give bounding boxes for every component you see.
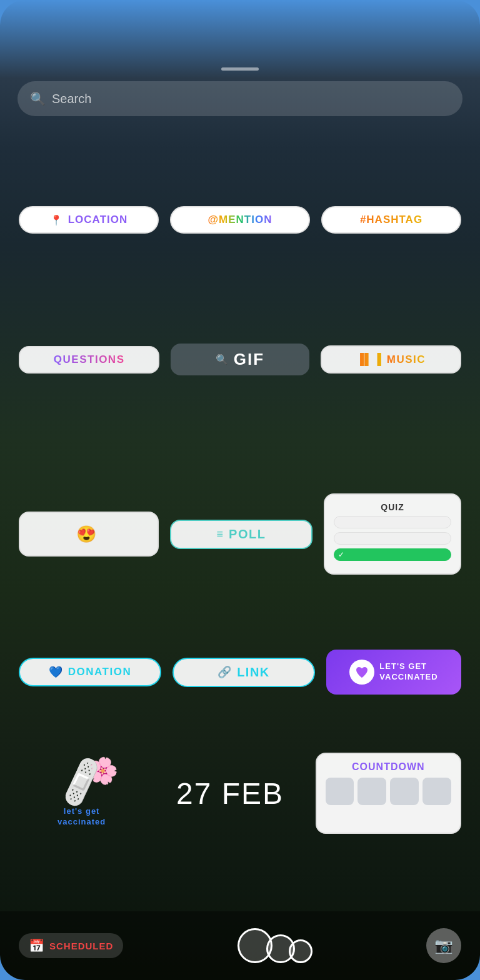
link-icon: 🔗 — [218, 665, 232, 679]
sticker-mention[interactable]: @MENTION — [170, 206, 310, 234]
countdown-boxes — [326, 778, 451, 805]
sticker-hashtag[interactable]: #HASHTAG — [321, 206, 461, 234]
stickers-area: 📍 LOCATION @MENTION #HASHTAG QUESTIONS 🔍… — [0, 137, 480, 980]
gif-label: GIF — [234, 350, 264, 369]
search-icon: 🔍 — [30, 91, 46, 106]
sticker-row-2: QUESTIONS 🔍 GIF ▐▌▐ MUSIC — [19, 344, 461, 375]
hashtag-label: #HASHTAG — [360, 214, 422, 226]
sticker-row-5: 🌸 🩹 let's getvaccinated 27 FEB COUNTDOWN — [19, 743, 461, 843]
mention-label: @MENTION — [208, 214, 272, 226]
link-label: LINK — [237, 665, 270, 680]
poll-label: POLL — [229, 527, 266, 542]
location-icon: 📍 — [50, 214, 63, 226]
vaccinated-label: LET'S GETVACCINATED — [379, 661, 438, 683]
date-text: 27 FEB — [176, 776, 284, 811]
gif-search-icon: 🔍 — [216, 354, 229, 365]
donation-label: DONATION — [68, 666, 131, 678]
vaccinated-icon-wrap — [349, 660, 374, 685]
camera-icon: 📷 — [434, 937, 453, 954]
countdown-box-3 — [390, 778, 419, 805]
vaccine-sticker-wrap: 🌸 🩹 let's getvaccinated — [38, 743, 126, 843]
sticker-questions[interactable]: QUESTIONS — [19, 346, 159, 374]
location-label: LOCATION — [68, 214, 128, 226]
questions-label: QUESTIONS — [54, 354, 125, 366]
sticker-poll[interactable]: ≡ POLL — [170, 520, 312, 549]
calendar-icon: 📅 — [29, 938, 44, 953]
phone-container: 🔍 Search 📍 LOCATION @MENTION #HASHTAG QU… — [0, 0, 480, 980]
sticker-row-1: 📍 LOCATION @MENTION #HASHTAG — [19, 206, 461, 234]
sticker-emoji-slider[interactable]: 😍 — [19, 512, 159, 557]
bubble-group — [238, 928, 312, 963]
donation-icon: 💙 — [49, 665, 63, 679]
quiz-option-2 — [334, 532, 451, 545]
sticker-quiz[interactable]: QUIZ ✓ — [324, 493, 461, 575]
bottom-bar: 📅 SCHEDULED 📷 — [0, 911, 480, 980]
quiz-option-correct: ✓ — [334, 548, 451, 561]
slider-emoji: 😍 — [76, 526, 97, 542]
music-label: MUSIC — [387, 354, 426, 366]
sticker-donation[interactable]: 💙 DONATION — [19, 658, 161, 686]
scheduled-button[interactable]: 📅 SCHEDULED — [19, 933, 123, 958]
camera-button[interactable]: 📷 — [426, 928, 461, 963]
countdown-box-1 — [326, 778, 354, 805]
search-bar[interactable]: 🔍 Search — [18, 81, 462, 116]
poll-icon: ≡ — [217, 528, 224, 541]
sticker-row-3: 😍 ≡ POLL QUIZ ✓ — [19, 493, 461, 575]
quiz-option-1 — [334, 516, 451, 528]
music-icon: ▐▌▐ — [356, 353, 382, 366]
sticker-vaccine-illustration[interactable]: 🌸 🩹 let's getvaccinated — [19, 743, 144, 843]
sticker-gif[interactable]: 🔍 GIF — [171, 344, 309, 375]
countdown-box-2 — [358, 778, 386, 805]
quiz-title: QUIZ — [334, 502, 451, 512]
countdown-box-4 — [422, 778, 451, 805]
heart-icon — [354, 665, 369, 680]
sticker-countdown[interactable]: COUNTDOWN — [316, 753, 461, 834]
sticker-music[interactable]: ▐▌▐ MUSIC — [321, 345, 461, 374]
bubble-small — [289, 939, 312, 963]
sticker-location[interactable]: 📍 LOCATION — [19, 206, 159, 234]
sticker-27-feb[interactable]: 27 FEB — [156, 770, 304, 817]
quiz-check-icon: ✓ — [338, 550, 344, 559]
search-placeholder: Search — [52, 92, 91, 106]
countdown-title: COUNTDOWN — [326, 761, 451, 773]
sticker-link[interactable]: 🔗 LINK — [172, 658, 315, 687]
vaccine-sticker-label: let's getvaccinated — [58, 806, 106, 828]
handle-bar — [221, 67, 259, 71]
sticker-row-4: 💙 DONATION 🔗 LINK LET'S GETVACCINATED — [19, 650, 461, 695]
scheduled-label: SCHEDULED — [49, 941, 113, 951]
sticker-lets-get-vaccinated[interactable]: LET'S GETVACCINATED — [326, 650, 461, 695]
